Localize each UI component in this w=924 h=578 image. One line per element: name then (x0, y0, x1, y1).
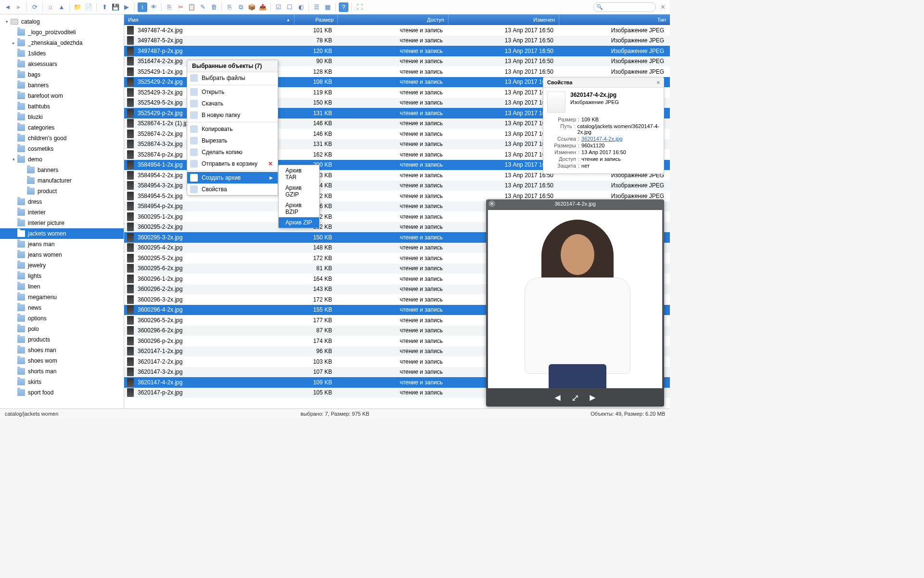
tree-node[interactable]: aksessuars (0, 59, 124, 69)
tree-toggle-icon[interactable]: ▾ (4, 19, 10, 24)
preview-prev-icon[interactable]: ◄ (553, 392, 563, 404)
tree-node[interactable]: shoes wom (0, 355, 124, 366)
context-menu-item[interactable]: Вырезать (187, 135, 278, 146)
preview-close-icon[interactable]: ✕ (488, 200, 495, 207)
help-icon[interactable]: ? (339, 2, 348, 12)
preview-icon[interactable]: 👁 (149, 2, 158, 12)
tree-node[interactable]: ▸_zhenskaia_odezhda (0, 38, 124, 48)
tree-node[interactable]: banners (0, 165, 124, 175)
col-type[interactable]: Тип (559, 14, 670, 25)
tree-node[interactable]: jewelry (0, 260, 124, 271)
tree-node[interactable]: manufacturer (0, 175, 124, 186)
tree-node[interactable]: dress (0, 197, 124, 207)
back-icon[interactable]: ◄ (3, 2, 13, 12)
context-menu-item[interactable]: В новую папку (187, 109, 278, 121)
context-menu-item[interactable]: Свойства (187, 184, 278, 195)
delete-icon[interactable]: 🗑 (209, 2, 218, 12)
tree-node[interactable]: sport food (0, 387, 124, 398)
tree-node[interactable]: shorts man (0, 366, 124, 377)
fullscreen-icon[interactable]: ⛶ (355, 2, 364, 12)
file-row[interactable]: 3497487-p-2x.jpg120 KBчтение и запись13 … (124, 46, 670, 56)
new-file-icon[interactable]: 📄 (84, 2, 93, 12)
info-icon[interactable]: i (138, 2, 147, 12)
submenu-item[interactable]: Архив TAR (279, 165, 319, 183)
view-grid-icon[interactable]: ▦ (323, 2, 333, 12)
home-icon[interactable]: ⌂ (46, 2, 55, 12)
tree-node[interactable]: linen (0, 281, 124, 292)
tree-node[interactable]: options (0, 313, 124, 324)
tree-node[interactable]: banners (0, 80, 124, 91)
tree-node[interactable]: lights (0, 271, 124, 281)
tree-node[interactable]: skirts (0, 377, 124, 387)
select-none-icon[interactable]: ☐ (285, 2, 295, 12)
tree-toggle-icon[interactable]: ▸ (11, 40, 16, 45)
tree-node[interactable]: 1slides (0, 48, 124, 59)
tree-node[interactable]: jeans women (0, 250, 124, 260)
preview-next-icon[interactable]: ► (588, 392, 598, 404)
tree-node[interactable]: news (0, 302, 124, 313)
submenu-item[interactable]: Архив BZIP (279, 200, 319, 217)
download-icon[interactable]: 💾 (111, 2, 120, 12)
tree-node[interactable]: polo (0, 324, 124, 334)
tree-node[interactable]: bags (0, 69, 124, 80)
file-row[interactable]: 3497487-4-2x.jpg101 KBчтение и запись13 … (124, 25, 670, 36)
copy-icon[interactable]: ⎘ (165, 2, 174, 12)
tree-node[interactable]: children's good (0, 133, 124, 144)
rename-icon[interactable]: ✎ (198, 2, 207, 12)
tree-node[interactable]: products (0, 334, 124, 345)
tree-toggle-icon[interactable]: ▾ (11, 157, 16, 162)
context-menu-item[interactable]: Создать архив▶ (187, 172, 278, 184)
context-menu-item[interactable]: Выбрать файлы (187, 72, 278, 84)
col-modified[interactable]: Изменен (449, 14, 559, 25)
submenu-item[interactable]: Архив ZIP (279, 217, 319, 228)
open-icon[interactable]: ▶ (122, 2, 131, 12)
cut-icon[interactable]: ✂ (176, 2, 185, 12)
tree-node[interactable]: bluzki (0, 112, 124, 122)
duplicate-icon[interactable]: ⧉ (236, 2, 245, 12)
tree-node[interactable]: categories (0, 122, 124, 133)
file-row[interactable]: 3497487-5-2x.jpg78 KBчтение и запись13 А… (124, 36, 670, 46)
invert-icon[interactable]: ◐ (296, 2, 306, 12)
properties-close-icon[interactable]: × (657, 79, 660, 85)
file-size: 120 KB (295, 48, 338, 54)
tree-node[interactable]: interier picture (0, 218, 124, 228)
context-menu-item[interactable]: Сделать копию (187, 146, 278, 158)
new-folder-icon[interactable]: 📁 (73, 2, 82, 12)
preview-fullscreen-icon[interactable]: ⤢ (571, 392, 579, 404)
tree-node[interactable]: ▾catalog (0, 16, 124, 27)
tree-node[interactable]: jeans man (0, 239, 124, 250)
tree-node[interactable]: _logo_proizvoditeli (0, 27, 124, 38)
file-size: 172 KB (295, 255, 338, 262)
file-size: 109 KB (295, 379, 338, 386)
tree-node[interactable]: bathtubs (0, 101, 124, 112)
context-menu-item[interactable]: Копировать (187, 123, 278, 135)
close-icon[interactable]: × (659, 3, 667, 12)
tree-node[interactable]: cosmetiks (0, 144, 124, 154)
properties-link[interactable]: 3620147-4-2x.jpg (581, 136, 623, 142)
forward-icon[interactable]: ► (14, 2, 24, 12)
submenu-item[interactable]: Архив GZIP (279, 183, 319, 200)
view-list-icon[interactable]: ☰ (312, 2, 321, 12)
copy2-icon[interactable]: ⎘ (225, 2, 234, 12)
tree-node[interactable]: barefoot wom (0, 91, 124, 101)
reload-icon[interactable]: ⟳ (30, 2, 39, 12)
col-size[interactable]: Размер (295, 14, 338, 25)
context-menu-item[interactable]: Открыть (187, 86, 278, 98)
up-icon[interactable]: ▲ (57, 2, 66, 12)
tree-node[interactable]: megamenu (0, 292, 124, 302)
extract-icon[interactable]: 📤 (258, 2, 268, 12)
archive-icon[interactable]: 📦 (247, 2, 257, 12)
tree-node[interactable]: interier (0, 207, 124, 218)
tree-node[interactable]: ▾demo (0, 154, 124, 165)
tree-node[interactable]: product (0, 186, 124, 197)
file-access: чтение и запись (338, 151, 449, 158)
tree-node[interactable]: shoes man (0, 345, 124, 355)
upload-icon[interactable]: ⬆ (100, 2, 109, 12)
col-name[interactable]: Имя▲ (124, 14, 295, 25)
context-menu-item[interactable]: Скачать (187, 98, 278, 109)
context-menu-item[interactable]: Отправить в корзину✕ (187, 158, 278, 170)
select-all-icon[interactable]: ☑ (274, 2, 283, 12)
paste-icon[interactable]: 📋 (187, 2, 196, 12)
col-access[interactable]: Доступ (338, 14, 449, 25)
tree-node[interactable]: jackets women (0, 228, 124, 239)
